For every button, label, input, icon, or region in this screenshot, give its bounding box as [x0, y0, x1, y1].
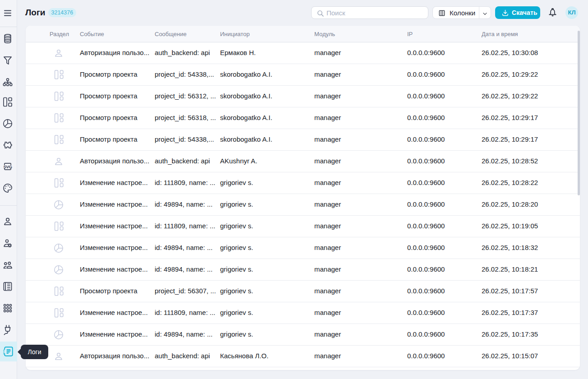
svg-text:SVG: SVG — [4, 164, 12, 169]
